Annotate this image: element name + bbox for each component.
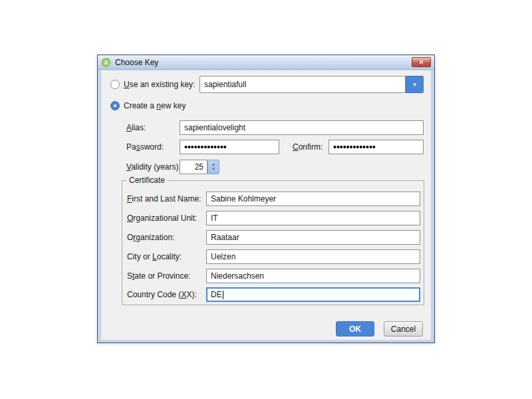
password-label: Password: [126, 142, 164, 152]
radio-create-new-key[interactable] [110, 101, 120, 110]
cancel-button[interactable]: Cancel [384, 321, 423, 336]
password-input[interactable]: ••••••••••••• [180, 140, 279, 154]
ok-button[interactable]: OK [336, 321, 374, 336]
state-province-label: State or Province: [127, 271, 190, 281]
state-province-input[interactable]: Niedersachsen [206, 269, 420, 283]
validity-input[interactable]: 25 [180, 160, 207, 174]
confirm-label: Confirm: [293, 142, 323, 152]
close-icon: ✕ [419, 59, 424, 66]
android-studio-icon [101, 57, 111, 67]
titlebar[interactable]: Choose Key ✕ [98, 55, 434, 70]
validity-label: Validity (years): [126, 162, 181, 172]
certificate-groupbox: Certificate First and Last Name: Sabine … [122, 180, 424, 305]
city-locality-input[interactable]: Uelzen [206, 249, 420, 264]
spinner-up-icon[interactable]: ▲ [211, 162, 215, 167]
alias-label: Alias: [126, 122, 146, 133]
country-code-label: Country Code (XX): [127, 289, 197, 300]
organization-input[interactable]: Raataar [206, 230, 420, 245]
close-button[interactable]: ✕ [412, 57, 431, 67]
use-existing-key-label: Use an existing key: [124, 79, 195, 90]
validity-stepper[interactable]: ▲ ▼ [207, 160, 219, 174]
confirm-password-input[interactable]: ••••••••••••• [329, 140, 424, 154]
organizational-unit-label: Organizational Unit: [127, 213, 197, 223]
certificate-group-title: Certificate [126, 176, 168, 186]
first-last-name-label: First and Last Name: [127, 194, 201, 204]
dialog-content: Use an existing key: sapientiafull ▼ Cre… [101, 70, 431, 340]
organization-label: Organization: [127, 232, 174, 243]
spinner-down-icon[interactable]: ▼ [211, 167, 215, 172]
dialog-title: Choose Key [115, 58, 158, 67]
existing-key-combobox[interactable]: sapientiafull ▼ [200, 76, 424, 93]
existing-key-value[interactable]: sapientiafull [200, 76, 406, 93]
first-last-name-input[interactable]: Sabine Kohlmeyer [206, 192, 420, 206]
alias-input[interactable]: sapientialovelight [180, 120, 424, 135]
chevron-down-icon: ▼ [412, 82, 418, 88]
choose-key-dialog: Choose Key ✕ Use an existing key: sapien… [97, 55, 435, 343]
text-caret [223, 291, 223, 299]
create-new-key-label: Create a new key [124, 100, 186, 111]
country-code-input[interactable]: DE [206, 287, 420, 302]
radio-use-existing-key[interactable] [110, 80, 120, 89]
organizational-unit-input[interactable]: IT [206, 211, 420, 225]
city-locality-label: City or Locality: [127, 251, 182, 262]
combobox-dropdown-button[interactable]: ▼ [406, 76, 424, 93]
